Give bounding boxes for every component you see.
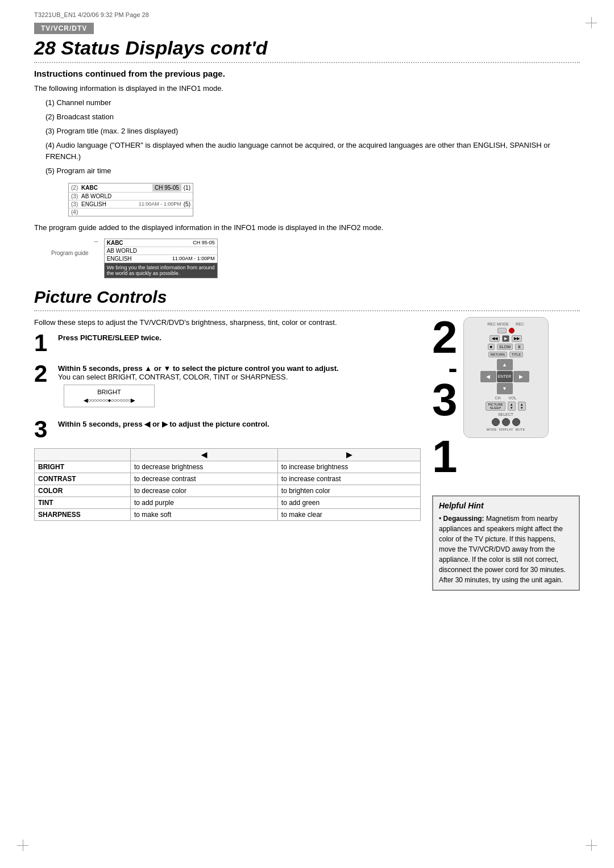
info2-row-1: KABC CH 95-05 [105, 239, 217, 247]
table-cell-right: to brighten color [277, 485, 420, 496]
list-item-5: (5) Program air time [45, 165, 580, 177]
dpad-down[interactable]: ▼ [497, 383, 513, 394]
remote-row-rec-btns [467, 328, 545, 333]
mode-btn[interactable] [492, 418, 500, 426]
dpad-up[interactable]: ▲ [497, 359, 513, 370]
rec-btn[interactable] [509, 328, 515, 333]
step-3-block: 3 Within 5 seconds, press ◀ or ▶ to adju… [34, 418, 421, 441]
list-item-1: (1) Channel number [45, 97, 580, 109]
table-row: TINT to add purple to add green [35, 496, 421, 508]
table-cell-control: SHARPNESS [35, 508, 131, 520]
picture-controls-title: Picture Controls [34, 287, 580, 307]
step-2-block: 2 Within 5 seconds, press ▲ or ▼ to sele… [34, 362, 421, 411]
picture-controls-layout: Follow these steps to adjust the TV/VCR/… [34, 317, 580, 591]
info2-arrow-area: ─ [94, 239, 98, 245]
bright-display-box: BRIGHT ◀○○○○○○○●○○○○○○○▶ [64, 385, 155, 407]
page-header: T3221UB_EN1 4/20/06 9:32 PM Page 28 [34, 11, 580, 18]
step-3-content: Within 5 seconds, press ◀ or ▶ to adjust… [58, 418, 421, 428]
hint-bold-word: Degaussing: [443, 515, 484, 523]
info2-label: Program guide [51, 250, 89, 256]
title-btn[interactable]: TITLE [509, 352, 523, 357]
step-3-instruction: Within 5 seconds, press ◀ or ▶ to adjust… [58, 420, 269, 428]
dpad-left[interactable]: ◀ [480, 371, 496, 382]
step-numbers-display: 2 - 3 1 [432, 317, 458, 484]
remote-row-bottom-btns [467, 418, 545, 426]
section-badge: TV/VCR/DTV [34, 23, 94, 34]
hint-content: • Degaussing: Magnetism from nearby appl… [439, 514, 573, 585]
step-2-number: 2 [34, 362, 52, 386]
picture-controls-left: Follow these steps to adjust the TV/VCR/… [34, 317, 421, 591]
info-row-2: (3) AB WORLD [69, 193, 193, 201]
list-item-4: (4) Audio language ("OTHER" is displayed… [45, 140, 580, 164]
slow-btn[interactable]: SLOW [497, 344, 513, 350]
remote-row-pic-ch-vol: PICTURESLEEP ▲▼ ▲▼ [467, 402, 545, 411]
remote-row-select: SELECT [467, 412, 545, 416]
remote-dpad: ▲ ◀ ENTER ▶ ▼ [480, 359, 532, 394]
table-cell-right: to increase contrast [277, 473, 420, 485]
pause-btn[interactable]: ⏸ [515, 344, 524, 350]
display-btn[interactable] [502, 418, 510, 426]
remote-row-rec: REC MODE REC [467, 322, 545, 326]
table-header-right-arrow: ▶ [277, 448, 420, 461]
step-3-number: 3 [34, 418, 52, 441]
play-btn[interactable]: ▶ [502, 335, 509, 342]
table-cell-right: to add green [277, 496, 420, 508]
step-1-display: 1 [432, 429, 458, 484]
hint-body-text: Magnetism from nearby appliances and spe… [439, 515, 566, 584]
picture-intro: Follow these steps to adjust the TV/VCR/… [34, 317, 421, 329]
step-1-block: 1 Press PICTURE/SLEEP twice. [34, 331, 421, 355]
ch-btn[interactable]: ▲▼ [508, 402, 516, 411]
list-item-3: (3) Program title (max. 2 lines displaye… [45, 126, 580, 137]
bright-bar: ◀○○○○○○○●○○○○○○○▶ [68, 397, 151, 403]
section-subtitle: Instructions continued from the previous… [34, 69, 580, 78]
table-cell-left: to make soft [130, 508, 277, 520]
table-cell-left: to decrease color [130, 485, 277, 496]
table-header-left-arrow: ◀ [130, 448, 277, 461]
helpful-hint-box: Helpful Hint • Degaussing: Magnetism fro… [432, 495, 580, 591]
table-cell-left: to decrease brightness [130, 461, 277, 473]
rew-btn[interactable]: ◀◀ [489, 335, 500, 342]
crosshair-bottom-right [586, 840, 597, 851]
table-cell-control: TINT [35, 496, 131, 508]
rec-mode-btn[interactable] [497, 328, 507, 333]
section-title: 28 Status Displays cont'd [34, 37, 580, 59]
picture-control-table: ◀ ▶ BRIGHT to decrease brightness to inc… [34, 448, 421, 521]
table-cell-left: to decrease contrast [130, 473, 277, 485]
info-row-3: (3) ENGLISH 11:00AM - 1:00PM (5) [69, 201, 193, 208]
info-row-4: (4) [69, 208, 193, 216]
picture-sleep-btn[interactable]: PICTURESLEEP [486, 402, 505, 411]
step-3-display: 3 [432, 379, 458, 420]
info2-row-3: ENGLISH 11:00AM - 1:00PM [105, 255, 217, 263]
remote-row-bottom-labels: MODE DISPLAY MUTE [467, 428, 545, 431]
step-2-display: 2 [432, 317, 458, 358]
step-1-number: 1 [34, 331, 52, 355]
mute-btn[interactable] [512, 418, 520, 426]
step-2-instruction-bold: Within 5 seconds, press ▲ or ▼ to select… [58, 364, 421, 373]
dotted-separator-2 [34, 310, 580, 311]
list-item-2: (2) Broadcast station [45, 111, 580, 123]
step-2-content: Within 5 seconds, press ▲ or ▼ to select… [58, 362, 421, 411]
dpad-right[interactable]: ▶ [513, 371, 529, 382]
table-row: COLOR to decrease color to brighten colo… [35, 485, 421, 496]
stop-btn[interactable]: ■ [488, 344, 495, 350]
info2-display-area: Program guide ─ KABC CH 95-05 AB WORLD E… [51, 239, 580, 278]
table-cell-left: to add purple [130, 496, 277, 508]
crosshair-bottom-left [17, 840, 28, 851]
page-ref: T3221UB_EN1 4/20/06 9:32 PM Page 28 [34, 11, 149, 18]
hint-title: Helpful Hint [439, 501, 573, 510]
remote-row-chvol-labels: CH VOL [467, 396, 545, 400]
table-cell-right: to make clear [277, 508, 420, 520]
body-intro: The following information is displayed i… [34, 83, 580, 95]
steps-remote-area: 2 - 3 1 REC MODE REC [432, 317, 580, 484]
info1-display-box: (2) KABC CH 95-05 (1) (3) AB WORLD (3) E… [68, 183, 193, 216]
return-btn[interactable]: RETURN [488, 352, 507, 357]
bright-label: BRIGHT [68, 389, 151, 395]
table-row: BRIGHT to decrease brightness to increas… [35, 461, 421, 473]
table-row: SHARPNESS to make soft to make clear [35, 508, 421, 520]
ff-btn[interactable]: ▶▶ [512, 335, 522, 342]
dotted-separator-1 [34, 62, 580, 63]
vol-btn[interactable]: ▲▼ [518, 402, 526, 411]
remote-body: REC MODE REC ◀◀ ▶ ▶▶ [463, 317, 549, 438]
table-row: CONTRAST to decrease contrast to increas… [35, 473, 421, 485]
dpad-enter[interactable]: ENTER [497, 371, 513, 382]
